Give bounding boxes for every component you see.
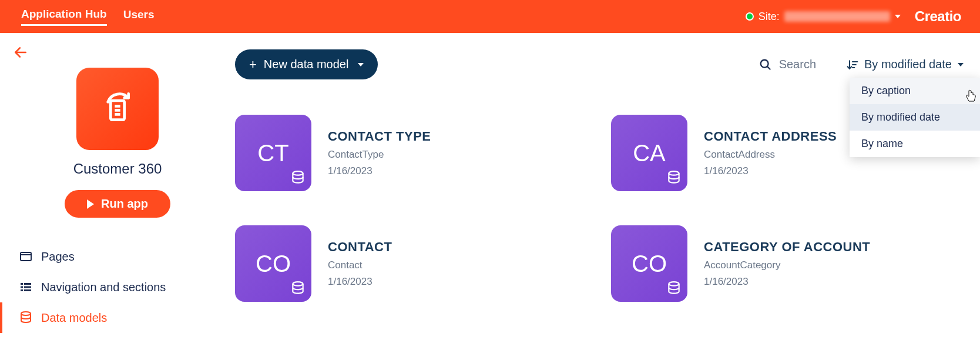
sidebar: Customer 360 Run app Pages Navigation an… — [0, 33, 235, 363]
sort-label: By modified date — [864, 58, 952, 71]
svg-point-21 — [669, 171, 679, 175]
data-model-card[interactable]: CO CATEGORY OF ACCOUNT AccountCategory 1… — [611, 225, 964, 302]
toolbar-right: Search By modified date — [759, 58, 964, 71]
sort-dropdown: By caption By modified date By name — [850, 78, 980, 157]
main-area: Customer 360 Run app Pages Navigation an… — [0, 33, 980, 363]
arrow-left-icon — [13, 45, 28, 60]
card-date: 1/16/2023 — [328, 165, 431, 177]
sort-control[interactable]: By modified date — [847, 58, 964, 71]
card-abbr: CO — [632, 251, 667, 277]
card-name: AccountCategory — [704, 259, 870, 271]
svg-point-22 — [293, 282, 303, 286]
card-info: CONTACT TYPE ContactType 1/16/2023 — [328, 129, 431, 177]
card-name: ContactAddress — [704, 149, 837, 161]
chevron-down-icon — [895, 15, 901, 18]
chevron-down-icon — [358, 63, 364, 66]
sidebar-item-label: Pages — [41, 250, 75, 264]
sort-icon — [847, 59, 858, 71]
card-tile: CO — [235, 225, 311, 302]
card-title: CONTACT — [328, 239, 392, 255]
sidebar-nav: Pages Navigation and sections Data model… — [0, 241, 235, 333]
status-dot-icon — [746, 12, 754, 21]
svg-rect-5 — [21, 252, 31, 261]
app-title: Customer 360 — [73, 161, 162, 177]
brand-logo: Creatio — [915, 8, 961, 25]
sort-option-name[interactable]: By name — [850, 131, 980, 157]
app-info: Customer 360 Run app — [0, 68, 235, 218]
sidebar-item-label: Data models — [41, 311, 107, 325]
svg-point-23 — [669, 282, 679, 286]
plus-icon: + — [249, 58, 257, 71]
database-icon — [666, 281, 682, 296]
card-date: 1/16/2023 — [704, 165, 837, 177]
svg-point-13 — [21, 312, 31, 315]
data-model-card[interactable]: CT CONTACT TYPE ContactType 1/16/2023 — [235, 115, 588, 191]
page-icon — [19, 249, 33, 264]
run-app-button[interactable]: Run app — [65, 190, 170, 218]
list-icon — [19, 280, 33, 294]
site-indicator[interactable]: Site: — [746, 11, 901, 23]
svg-rect-11 — [21, 289, 23, 291]
sidebar-item-label: Navigation and sections — [41, 281, 166, 294]
card-name: ContactType — [328, 149, 431, 161]
search-input[interactable]: Search — [759, 58, 816, 71]
data-model-card[interactable]: CO CONTACT Contact 1/16/2023 — [235, 225, 588, 302]
search-icon — [759, 58, 772, 71]
card-info: CATEGORY OF ACCOUNT AccountCategory 1/16… — [704, 239, 870, 288]
card-abbr: CO — [256, 251, 291, 277]
new-data-model-label: New data model — [264, 58, 349, 71]
sidebar-item-navigation[interactable]: Navigation and sections — [0, 272, 235, 302]
svg-rect-10 — [24, 287, 31, 288]
app-tile — [76, 68, 159, 150]
sidebar-item-data-models[interactable]: Data models — [0, 302, 235, 333]
card-title: CATEGORY OF ACCOUNT — [704, 239, 870, 255]
database-icon — [290, 281, 306, 296]
svg-point-20 — [293, 171, 303, 175]
sort-option-modified-date[interactable]: By modified date — [850, 104, 980, 131]
card-tile: CT — [235, 115, 311, 191]
top-left: Application Hub Users — [21, 8, 154, 26]
svg-rect-7 — [21, 283, 23, 285]
card-info: CONTACT Contact 1/16/2023 — [328, 239, 392, 288]
tab-application-hub[interactable]: Application Hub — [21, 8, 107, 26]
card-title: CONTACT ADDRESS — [704, 129, 837, 144]
card-title: CONTACT TYPE — [328, 129, 431, 144]
card-date: 1/16/2023 — [704, 276, 870, 288]
content: + New data model Search By modified da — [235, 33, 980, 363]
card-abbr: CT — [257, 140, 288, 166]
chevron-down-icon — [958, 63, 964, 66]
top-header: Application Hub Users Site: Creatio — [0, 0, 980, 33]
svg-point-14 — [760, 59, 768, 67]
svg-rect-8 — [24, 283, 31, 285]
site-label: Site: — [759, 11, 780, 23]
svg-line-15 — [767, 66, 770, 69]
database-icon — [290, 170, 306, 185]
back-button[interactable] — [0, 45, 235, 64]
sidebar-item-pages[interactable]: Pages — [0, 241, 235, 272]
card-date: 1/16/2023 — [328, 276, 392, 288]
card-abbr: CA — [633, 140, 666, 166]
app-icon — [101, 92, 134, 125]
content-toolbar: + New data model Search By modified da — [235, 49, 964, 79]
new-data-model-button[interactable]: + New data model — [235, 49, 378, 79]
database-icon — [666, 170, 682, 185]
top-right: Site: Creatio — [746, 8, 961, 25]
play-icon — [87, 199, 94, 209]
svg-rect-9 — [21, 287, 23, 288]
search-placeholder: Search — [779, 58, 816, 71]
tab-users[interactable]: Users — [123, 8, 155, 25]
card-name: Contact — [328, 259, 392, 271]
database-icon — [19, 311, 33, 325]
card-tile: CA — [611, 115, 687, 191]
card-tile: CO — [611, 225, 687, 302]
site-name-obscured — [784, 11, 890, 22]
svg-rect-12 — [24, 289, 31, 291]
sort-option-caption[interactable]: By caption — [850, 78, 980, 104]
run-app-label: Run app — [101, 197, 148, 211]
card-info: CONTACT ADDRESS ContactAddress 1/16/2023 — [704, 129, 837, 177]
